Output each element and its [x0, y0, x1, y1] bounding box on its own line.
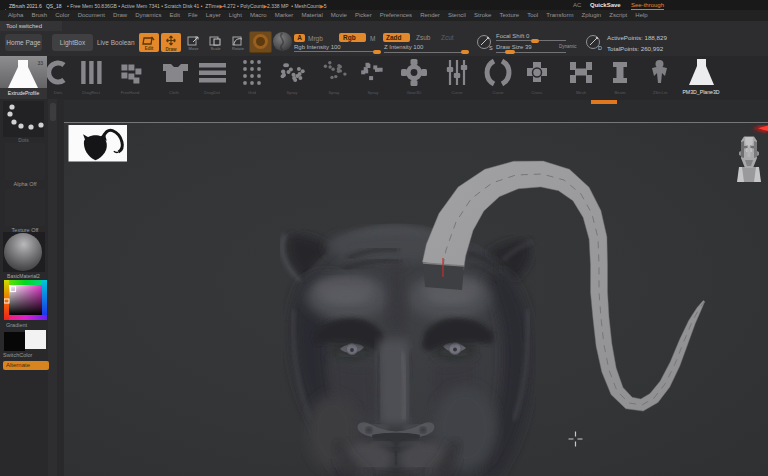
- svg-text:Curve: Curve: [492, 90, 504, 95]
- svg-text:Rotate: Rotate: [232, 46, 245, 51]
- svg-text:Draw: Draw: [165, 47, 177, 52]
- svg-text:DragDot: DragDot: [204, 90, 220, 95]
- svg-text:S: S: [489, 45, 493, 51]
- svg-text:Move: Move: [189, 46, 200, 51]
- svg-text:33: 33: [37, 60, 43, 66]
- svg-text:ZSn Lin: ZSn Lin: [653, 90, 668, 95]
- svg-text:Edit: Edit: [145, 46, 154, 51]
- svg-text:Dots: Dots: [54, 90, 63, 95]
- svg-text:Cross: Cross: [532, 90, 543, 95]
- svg-text:D: D: [598, 45, 602, 51]
- svg-text:Spray: Spray: [287, 90, 299, 95]
- svg-text:Mesh: Mesh: [576, 90, 587, 95]
- svg-text:Cloth: Cloth: [169, 90, 179, 95]
- svg-text:DragRect: DragRect: [82, 90, 101, 95]
- svg-text:Beam: Beam: [615, 90, 626, 95]
- svg-text:Spray: Spray: [368, 90, 380, 95]
- svg-text:PM3D_Plane3D: PM3D_Plane3D: [682, 89, 719, 95]
- svg-text:Curve: Curve: [451, 90, 463, 95]
- svg-text:Grid: Grid: [248, 90, 257, 95]
- svg-text:FreeHand: FreeHand: [121, 90, 140, 95]
- svg-text:Scale: Scale: [210, 46, 221, 51]
- svg-text:Spray: Spray: [329, 90, 341, 95]
- svg-text:Gear3D: Gear3D: [407, 90, 422, 95]
